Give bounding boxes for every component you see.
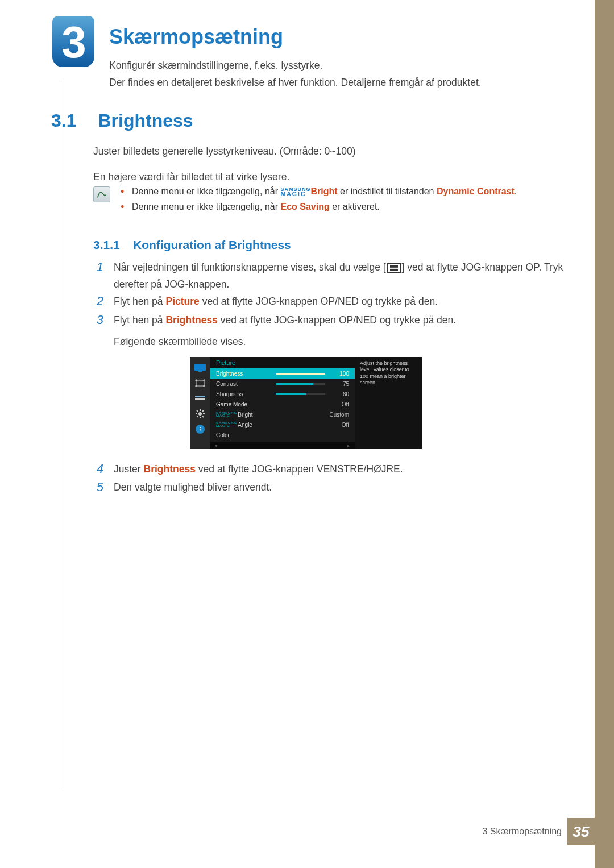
section-title: Brightness: [98, 110, 193, 131]
osd-main: Picture Brightness100Contrast75Sharpness…: [210, 357, 355, 449]
settings-icon: [193, 409, 207, 419]
hl-bright: Bright: [311, 186, 338, 196]
section-number: 3.1: [51, 110, 76, 131]
hl-eco-saving: Eco Saving: [280, 202, 329, 211]
note-icon: [93, 186, 110, 202]
step-1: 1 Når vejledningen til funktionsknappern…: [93, 259, 569, 293]
screen-size-icon: [193, 378, 207, 388]
step-4: 4 Juster Brightness ved at flytte JOG-kn…: [93, 461, 569, 478]
menu-icon: [387, 263, 401, 273]
footer-chapter-label: 3 Skærmopsætning: [482, 827, 562, 837]
step-text: Flyt hen på Picture ved at flytte JOG-kn…: [114, 293, 569, 310]
hl-brightness: Brightness: [144, 463, 196, 475]
subsection-title: Konfiguration af Brightness: [133, 238, 291, 251]
osd-row: Color: [210, 430, 355, 440]
step-number: 1: [93, 259, 103, 293]
section-heading: 3.1 Brightness: [51, 110, 193, 131]
chapter-badge: 3: [52, 16, 94, 67]
intro-line-2: Der findes en detaljeret beskrivelse af …: [109, 74, 569, 92]
svg-rect-0: [194, 364, 206, 371]
note-list: Denne menu er ikke tilgængelig, når SAMS…: [121, 186, 569, 217]
down-arrow-icon: ▾: [215, 443, 218, 448]
intro-line-1: Konfigurér skærmindstillingerne, f.eks. …: [109, 57, 569, 74]
svg-point-5: [198, 412, 202, 416]
osd-sidebar: i: [190, 357, 210, 449]
osd-screenshot: i Picture Brightness100Contrast75Sharpne…: [190, 357, 422, 449]
osd-row: Brightness100: [210, 368, 355, 379]
hl-picture: Picture: [165, 296, 199, 307]
note-item-2: Denne menu er ikke tilgængelig, når Eco …: [121, 202, 569, 212]
step-number: 5: [93, 479, 103, 496]
step-number: 4: [93, 461, 103, 478]
step-text: Juster Brightness ved at flytte JOG-knap…: [114, 461, 569, 478]
subsection-heading: 3.1.1 Konfiguration af Brightness: [93, 238, 291, 252]
right-arrow-icon: ▸: [347, 443, 350, 448]
note-item-1: Denne menu er ikke tilgængelig, når SAMS…: [121, 186, 569, 197]
osd-row: Game ModeOff: [210, 399, 355, 409]
step-text: Når vejledningen til funktionsknapperne …: [114, 259, 569, 293]
osd-row: SAMSUNGMAGICAngleOff: [210, 420, 355, 430]
right-accent-bar: [595, 0, 614, 868]
monitor-icon: [193, 363, 207, 373]
osd-title: Picture: [210, 357, 355, 368]
hl-dynamic-contrast: Dynamic Contrast: [437, 186, 515, 196]
subsection-number: 3.1.1: [93, 238, 120, 251]
svg-rect-3: [195, 396, 205, 397]
osd-rows: Brightness100Contrast75Sharpness60Game M…: [210, 368, 355, 442]
note-block: Denne menu er ikke tilgængelig, når SAMS…: [93, 186, 569, 217]
osd-help-panel: Adjust the brightness level. Values clos…: [355, 357, 422, 449]
section-body: Juster billedets generelle lysstyrkenive…: [93, 143, 569, 185]
hl-brightness: Brightness: [165, 314, 217, 326]
svg-rect-1: [198, 371, 202, 372]
samsung-magic-label: SAMSUNGMAGIC: [280, 187, 310, 197]
options-icon: [193, 393, 207, 404]
step-number: 3: [93, 312, 103, 351]
chapter-intro: Konfigurér skærmindstillingerne, f.eks. …: [109, 57, 569, 92]
body-line-1: Juster billedets generelle lysstyrkenive…: [93, 143, 569, 160]
osd-footer: ▾▸: [210, 442, 355, 449]
step-3: 3 Flyt hen på Brightness ved at flytte J…: [93, 312, 569, 351]
step-3-followup: Følgende skærmbillede vises.: [114, 334, 569, 351]
left-rule: [60, 80, 60, 790]
body-line-2: En højere værdi får billedet til at virk…: [93, 169, 569, 185]
svg-rect-2: [196, 380, 204, 386]
svg-text:i: i: [199, 426, 201, 433]
osd-row: Sharpness60: [210, 389, 355, 399]
osd-row: SAMSUNGMAGICBrightCustom: [210, 409, 355, 420]
info-icon: i: [193, 424, 207, 434]
page-footer: 3 Skærmopsætning 35: [0, 818, 595, 845]
step-5: 5 Den valgte mulighed bliver anvendt.: [93, 479, 569, 496]
step-2: 2 Flyt hen på Picture ved at flytte JOG-…: [93, 293, 569, 310]
step-text: Flyt hen på Brightness ved at flytte JOG…: [114, 312, 569, 351]
osd-row: Contrast75: [210, 379, 355, 389]
step-text: Den valgte mulighed bliver anvendt.: [114, 479, 569, 496]
chapter-title: Skærmopsætning: [109, 25, 283, 49]
footer-page-number: 35: [567, 818, 595, 845]
svg-rect-4: [195, 398, 205, 400]
step-number: 2: [93, 293, 103, 310]
